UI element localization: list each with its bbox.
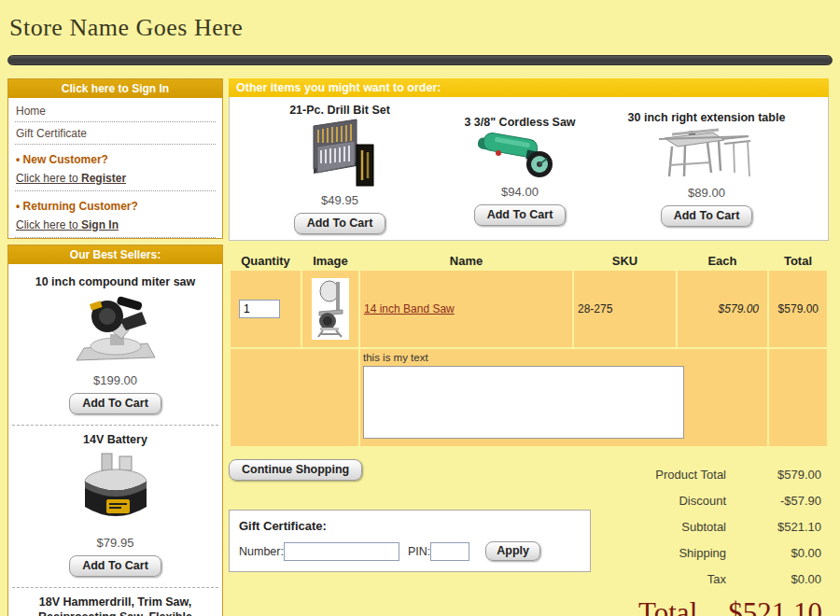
- gift-pin-input[interactable]: [430, 542, 469, 561]
- add-to-cart-button[interactable]: Add To Cart: [294, 213, 386, 234]
- cart-note-row: this is my text: [231, 349, 827, 446]
- gift-certificate-box: Gift Certificate: Number: PIN: Apply: [229, 510, 591, 572]
- cart-footer-left: Continue Shopping Gift Certificate: Numb…: [229, 448, 600, 572]
- cart-item-row: 14 inch Band Saw 28-275 $579.00 $579.00: [231, 271, 827, 347]
- product-price: $199.00: [12, 373, 218, 387]
- column-header-total: Total: [769, 252, 827, 269]
- quantity-cell: [231, 271, 301, 347]
- signin-box-body: Home Gift Certificate • New Customer? Cl…: [8, 98, 222, 238]
- column-header-image: Image: [302, 252, 358, 269]
- order-totals: Product Total $579.00 Discount -$57.90 S…: [600, 461, 829, 616]
- storefront-page: Store Name Goes Here Click here to Sign …: [0, 0, 840, 616]
- main-content: Other items you might want to order: 21-…: [229, 78, 829, 616]
- column-header-each: Each: [678, 252, 767, 269]
- product-price: $79.95: [12, 536, 218, 550]
- grand-total-value: $521.10: [728, 596, 822, 616]
- cart-item-link[interactable]: 14 inch Band Saw: [364, 302, 455, 315]
- product-name: 30 inch right extension table: [590, 111, 823, 124]
- suggestions-box: Other items you might want to order: 21-…: [229, 78, 829, 241]
- product-image-band-saw: [312, 278, 349, 340]
- quantity-input[interactable]: [239, 300, 280, 318]
- column-header-sku: SKU: [574, 252, 676, 269]
- note-cell: this is my text: [360, 349, 767, 446]
- new-customer-heading: • New Customer?: [15, 145, 216, 169]
- gift-number-input[interactable]: [284, 542, 399, 561]
- cart-footer: Continue Shopping Gift Certificate: Numb…: [229, 448, 829, 616]
- product-price: $94.00: [450, 185, 590, 199]
- product-name: 3 3/8" Cordless Saw: [450, 116, 590, 129]
- product-image-miter-saw: [12, 292, 218, 369]
- suggestions-body: 21-Pc. Drill Bit Set: [229, 97, 829, 241]
- grand-total-label: Total: [638, 596, 697, 616]
- grand-total-row: Total $521.10: [600, 596, 829, 616]
- register-link-prefix: Click here to: [16, 172, 81, 185]
- suggested-product: 30 inch right extension table: [590, 97, 823, 227]
- sidebar-item-home[interactable]: Home: [15, 100, 216, 122]
- image-cell: [302, 271, 358, 347]
- signin-box-header[interactable]: Click here to Sign In: [8, 79, 222, 98]
- signin-link[interactable]: Click here to Sign In: [15, 216, 216, 238]
- product-image-battery: [12, 451, 218, 531]
- best-seller-item: 18V Hammerdrill, Trim Saw, Reciprocating…: [12, 588, 218, 616]
- gift-number-label: Number:: [239, 545, 284, 558]
- returning-customer-heading: • Returning Customer?: [15, 191, 216, 216]
- register-link[interactable]: Click here to Register: [15, 169, 216, 191]
- totals-row: Subtotal $521.10: [600, 513, 829, 539]
- gift-certificate-row: Number: PIN: Apply: [239, 541, 581, 561]
- add-to-cart-button[interactable]: Add To Cart: [69, 393, 161, 414]
- suggestions-header: Other items you might want to order:: [229, 78, 829, 97]
- totals-value: $579.00: [726, 468, 829, 482]
- gift-pin-label: PIN:: [408, 545, 430, 558]
- cart-table: Quantity Image Name SKU Each Total: [229, 250, 829, 448]
- product-name: 10 inch compound miter saw: [12, 268, 218, 292]
- sidebar: Click here to Sign In Home Gift Certific…: [7, 78, 223, 616]
- apply-button[interactable]: Apply: [485, 541, 540, 561]
- totals-row: Product Total $579.00: [600, 461, 829, 487]
- add-to-cart-button[interactable]: Add To Cart: [474, 204, 567, 226]
- product-price: $49.95: [230, 193, 450, 207]
- column-header-name: Name: [360, 252, 572, 269]
- gift-certificate-title: Gift Certificate:: [239, 519, 581, 533]
- totals-label: Product Total: [655, 468, 726, 482]
- best-sellers-body: 10 inch compound miter saw: [8, 264, 222, 616]
- item-name-cell: 14 inch Band Saw: [360, 271, 572, 347]
- totals-row: Discount -$57.90: [600, 487, 829, 513]
- product-image-extension-table: [590, 124, 823, 184]
- totals-label: Shipping: [679, 546, 726, 560]
- totals-value: $0.00: [726, 546, 829, 560]
- totals-label: Subtotal: [681, 520, 726, 534]
- signin-box: Click here to Sign In Home Gift Certific…: [7, 78, 223, 239]
- site-header: Store Name Goes Here: [0, 0, 840, 55]
- content-layout: Click here to Sign In Home Gift Certific…: [7, 78, 833, 616]
- totals-row: Shipping $0.00: [600, 539, 829, 566]
- continue-shopping-button[interactable]: Continue Shopping: [229, 459, 362, 481]
- note-label: this is my text: [363, 352, 767, 363]
- item-total-cell: $579.00: [769, 271, 827, 347]
- signin-link-action: Sign In: [81, 218, 119, 231]
- sidebar-item-gift-certificate[interactable]: Gift Certificate: [15, 122, 216, 145]
- best-seller-item: 10 inch compound miter saw: [12, 268, 218, 426]
- note-spacer-cell: [231, 349, 358, 446]
- product-name: 21-Pc. Drill Bit Set: [230, 104, 450, 117]
- product-image-drill-bit-set: [230, 117, 450, 191]
- add-to-cart-button[interactable]: Add To Cart: [69, 555, 161, 577]
- cart-header-row: Quantity Image Name SKU Each Total: [231, 252, 827, 269]
- column-header-quantity: Quantity: [231, 252, 301, 269]
- totals-label: Discount: [679, 494, 726, 508]
- best-sellers-box: Our Best Sellers: 10 inch compound miter…: [7, 245, 223, 616]
- totals-label: Tax: [707, 572, 726, 586]
- best-seller-item: 14V Battery: [12, 426, 218, 587]
- product-name: 14V Battery: [12, 426, 218, 450]
- totals-row: Tax $0.00: [600, 566, 829, 592]
- totals-value: $521.10: [726, 520, 829, 534]
- suggested-product: 3 3/8" Cordless Saw: [450, 97, 590, 226]
- totals-value: -$57.90: [726, 494, 829, 508]
- item-each-cell: $579.00: [678, 271, 767, 347]
- note-spacer-cell-right: [769, 349, 827, 446]
- product-name: 18V Hammerdrill, Trim Saw, Reciprocating…: [12, 588, 218, 616]
- totals-value: $0.00: [726, 572, 829, 586]
- add-to-cart-button[interactable]: Add To Cart: [661, 205, 753, 227]
- header-divider-bar: [7, 55, 833, 65]
- item-sku-cell: 28-275: [574, 271, 676, 347]
- note-textarea[interactable]: [363, 366, 684, 439]
